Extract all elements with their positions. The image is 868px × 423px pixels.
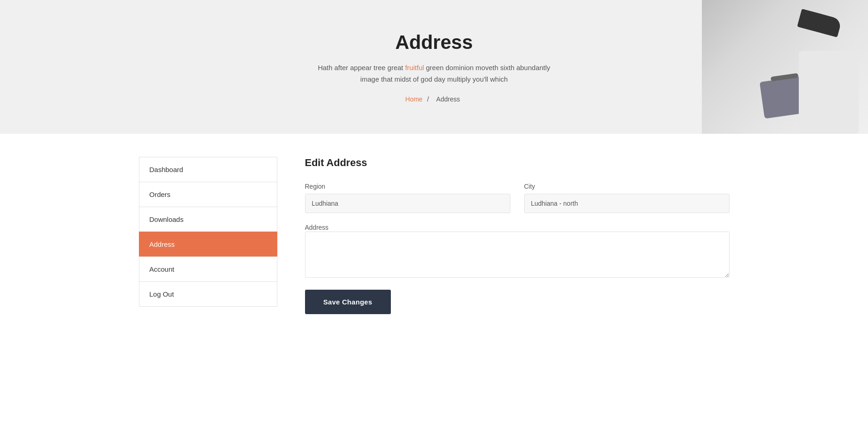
hero-title: Address (395, 31, 473, 54)
hero-subtitle: Hath after appear tree great fruitful gr… (318, 62, 551, 85)
shoe-decoration (797, 9, 842, 37)
address-group: Address (305, 223, 730, 280)
hero-decoration (702, 0, 868, 134)
region-group: Region (305, 183, 510, 213)
hero-img-background (702, 0, 868, 134)
region-label: Region (305, 183, 510, 190)
main-content: Dashboard Orders Downloads Address Accou… (111, 157, 757, 314)
sidebar-item-downloads[interactable]: Downloads (139, 207, 277, 232)
hero-banner: Address Hath after appear tree great fru… (0, 0, 868, 134)
breadcrumb-home[interactable]: Home (405, 95, 422, 103)
highlight-word: fruitful (405, 64, 424, 71)
city-input[interactable] (524, 194, 730, 213)
region-input[interactable] (305, 194, 510, 213)
sidebar-item-logout[interactable]: Log Out (139, 281, 277, 307)
save-changes-button[interactable]: Save Changes (305, 290, 391, 314)
breadcrumb-separator: / (427, 95, 429, 103)
city-group: City (524, 183, 730, 213)
city-label: City (524, 183, 730, 190)
form-title: Edit Address (305, 157, 730, 169)
region-city-row: Region City (305, 183, 730, 213)
sidebar-item-dashboard[interactable]: Dashboard (139, 157, 277, 182)
hero-subtitle-line2: image that midst of god day multiply you… (360, 75, 508, 83)
address-label: Address (305, 224, 329, 231)
sidebar: Dashboard Orders Downloads Address Accou… (139, 157, 277, 314)
hero-subtitle-line1: Hath after appear tree great fruitful gr… (318, 64, 551, 71)
address-textarea[interactable] (305, 232, 730, 278)
breadcrumb-current: Address (436, 95, 460, 103)
address-form-area: Edit Address Region City Address Save Ch… (305, 157, 730, 314)
breadcrumb: Home / Address (405, 95, 462, 103)
sidebar-item-address[interactable]: Address (139, 232, 277, 256)
jacket-decoration (799, 51, 859, 134)
sidebar-item-orders[interactable]: Orders (139, 182, 277, 207)
sidebar-item-account[interactable]: Account (139, 256, 277, 281)
